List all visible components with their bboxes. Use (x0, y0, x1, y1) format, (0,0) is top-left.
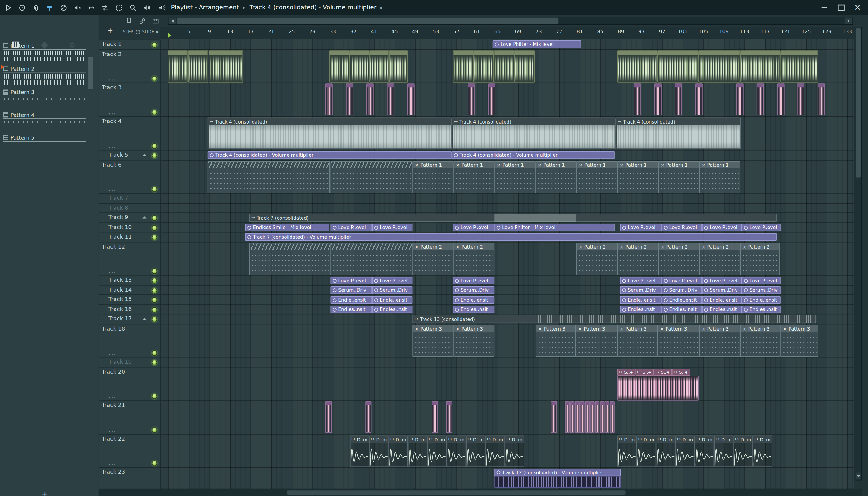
select-icon[interactable] (114, 3, 124, 12)
clip-cons[interactable]: ↦Track 4 (consolidated) (616, 117, 741, 150)
clip-patchev[interactable] (208, 161, 330, 193)
clip-audio[interactable] (494, 50, 514, 82)
track-header[interactable]: Track 11 (98, 232, 161, 242)
track-lane[interactable] (161, 358, 854, 368)
track-header[interactable]: Track 4 (98, 117, 161, 151)
breadcrumb-selection[interactable]: Track 4 (consolidated) - Volume multipli… (250, 4, 376, 11)
clip-auto[interactable]: Love Philter - Mix level (493, 41, 582, 48)
track-mute-led[interactable] (152, 297, 157, 303)
track-lane[interactable] (161, 204, 854, 213)
clip-pat[interactable]: ×Pattern 2 (412, 243, 453, 275)
clip-s4[interactable]: ↦S..4 (636, 369, 654, 376)
clip-hit[interactable] (387, 83, 394, 115)
track-resize-grip[interactable] (108, 79, 117, 81)
clip-audio[interactable] (699, 50, 740, 82)
clip-sample[interactable]: ↦D..m (733, 436, 753, 467)
slip-icon[interactable] (31, 3, 41, 12)
clip-audio[interactable] (514, 50, 534, 82)
clip-sample[interactable]: ↦D..m (695, 436, 714, 467)
scrollbar-handle[interactable] (856, 28, 861, 178)
swap-icon[interactable] (100, 3, 110, 12)
piano-roll-icon[interactable] (151, 17, 161, 25)
clip-auto[interactable]: Endle..ensit (742, 296, 780, 304)
collapse-arrow-icon[interactable] (142, 317, 147, 320)
pattern-item[interactable]: Pattern 2 (3, 65, 34, 73)
clip-hit[interactable] (326, 83, 333, 115)
horizontal-scrollbar-bottom[interactable] (98, 490, 862, 496)
clip-audio[interactable] (453, 50, 473, 82)
track-resize-grip[interactable] (108, 113, 117, 115)
clip-sample[interactable]: ↦D..m (656, 436, 676, 467)
pattern-mute-icon[interactable]: × (660, 162, 665, 168)
clip-hit[interactable] (570, 401, 575, 433)
clip-hit[interactable] (600, 401, 605, 433)
track-resize-grip[interactable] (108, 354, 117, 356)
clip-hit[interactable] (580, 401, 585, 433)
clip-pat[interactable]: ×Pattern 3 (657, 325, 699, 357)
clip-audio[interactable] (208, 50, 243, 82)
track-resize-grip[interactable] (108, 397, 117, 399)
clip-hit[interactable] (346, 83, 353, 115)
pattern-item[interactable]: Pattern 3 (3, 89, 34, 96)
clip-auto[interactable]: Love P..evel (453, 277, 494, 284)
track-mute-led[interactable] (152, 268, 157, 274)
knob-icon[interactable] (69, 43, 75, 48)
clip-sample[interactable]: ↦D..m (408, 436, 428, 467)
track-header[interactable]: Track 6 (98, 160, 161, 194)
pattern-mute-icon[interactable]: × (783, 326, 787, 331)
clip-hit[interactable] (468, 83, 475, 115)
mute-icon[interactable] (73, 3, 82, 12)
clip-audio[interactable] (389, 50, 408, 82)
clip-hit[interactable] (605, 401, 610, 433)
scrollbar-handle[interactable] (286, 490, 625, 495)
clip-pinkwave[interactable] (617, 376, 699, 401)
clip-autowave[interactable] (494, 476, 621, 488)
pattern-mute-icon[interactable]: × (578, 326, 582, 331)
pattern-mute-icon[interactable]: × (660, 326, 664, 331)
clip-hit[interactable] (367, 83, 374, 115)
clip-sample[interactable]: ↦D..m (466, 436, 485, 467)
clip-auto[interactable]: Track 7 (consolidated) - Volume multipli… (245, 233, 777, 241)
add-track-button[interactable]: + (106, 27, 114, 35)
track-lane[interactable] (161, 368, 854, 401)
clip-hit[interactable] (365, 401, 371, 433)
pattern-mute-icon[interactable]: × (578, 244, 583, 249)
track-mute-led[interactable] (152, 317, 157, 322)
clip-pat[interactable]: ×Pattern 1 (494, 161, 535, 193)
pattern-mute-icon[interactable]: × (701, 162, 706, 168)
clip-auto[interactable]: Serum..Driv (702, 286, 742, 294)
track-mute-led[interactable] (152, 153, 157, 158)
clip-hit[interactable] (565, 401, 570, 433)
track-resize-grip[interactable] (108, 147, 117, 149)
track-header[interactable]: Track 12 (98, 242, 161, 275)
clip-patchev[interactable] (331, 243, 413, 275)
clip-pat[interactable]: ×Pattern 1 (412, 161, 453, 193)
clip-sample[interactable]: ↦D..m (447, 436, 466, 467)
clip-hit[interactable] (675, 83, 682, 115)
pattern-item[interactable]: Pattern 4 (3, 111, 34, 119)
clip-hit[interactable] (777, 83, 785, 115)
track-header[interactable]: Track 19 (98, 358, 161, 368)
clip-patchev[interactable] (331, 161, 413, 193)
clip-auto[interactable]: Love P..evel (742, 223, 780, 231)
clip-auto[interactable]: Endle..ensit (702, 296, 742, 304)
pattern-mute-icon[interactable]: × (497, 162, 501, 168)
clip-s4[interactable]: ↦S..4 (617, 369, 636, 376)
collapse-arrow-icon[interactable] (142, 216, 147, 218)
clip-auto[interactable]: Serum..Driv (372, 286, 412, 294)
clip-audio[interactable] (329, 50, 349, 82)
clip-s4[interactable]: ↦S..4 (654, 369, 672, 376)
link-icon[interactable] (137, 17, 148, 25)
zoom-icon[interactable] (128, 3, 138, 12)
clip-pat[interactable]: ×Pattern 1 (658, 161, 699, 193)
speaker-icon[interactable] (142, 3, 152, 12)
track-header[interactable]: Track 3 (98, 83, 161, 117)
clip-pat[interactable]: ×Pattern 2 (658, 243, 699, 275)
track-resize-grip[interactable] (108, 464, 117, 466)
clip-hit[interactable] (797, 83, 804, 115)
clip-sample[interactable]: ↦D..m (753, 436, 772, 467)
clip-auto[interactable]: Love P..evel (620, 223, 662, 231)
clip-sample[interactable]: ↦D..m (676, 436, 695, 467)
clip-hit[interactable] (326, 401, 331, 433)
track-mute-led[interactable] (152, 307, 157, 312)
